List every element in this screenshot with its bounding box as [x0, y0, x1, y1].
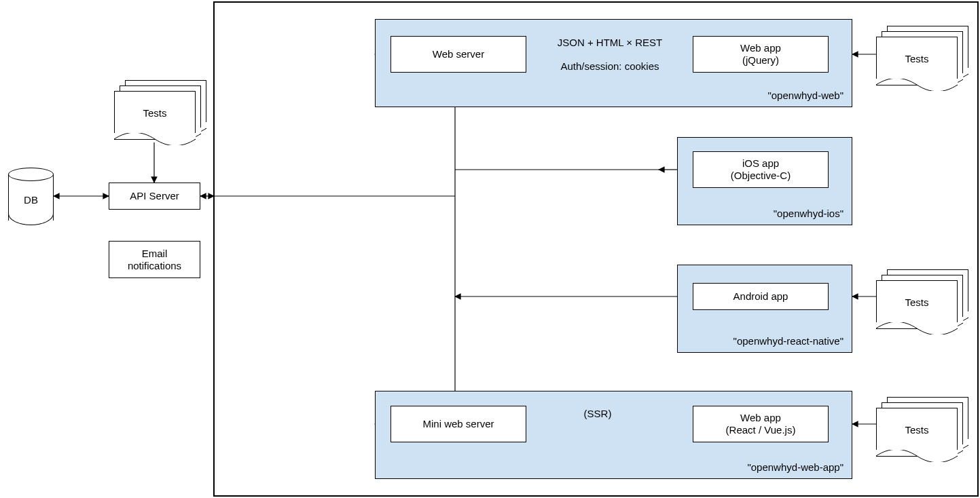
- conn-ssr: (SSR): [584, 408, 612, 420]
- mini-web-server-box: Mini web server: [391, 406, 526, 442]
- web-server-label: Web server: [433, 48, 484, 60]
- tests-label: Tests: [905, 296, 928, 307]
- web-app-react-box: Web app (React / Vue.js): [693, 406, 829, 442]
- android-app-label: Android app: [733, 290, 788, 303]
- email-notifications-box: Email notifications: [109, 241, 200, 278]
- android-app-box: Android app: [693, 283, 829, 310]
- email-notifications-label: Email notifications: [128, 248, 181, 272]
- mini-web-server-label: Mini web server: [422, 418, 494, 430]
- web-app-jquery-label: Web app (jQuery): [740, 42, 781, 66]
- ios-app-label: iOS app (Objective-C): [731, 157, 791, 182]
- tests-label: Tests: [905, 52, 928, 64]
- web-server-box: Web server: [391, 36, 526, 73]
- api-server-label: API Server: [130, 190, 179, 202]
- conn-auth-cookies: Auth/session: cookies: [560, 60, 659, 73]
- web-app-react-label: Web app (React / Vue.js): [726, 412, 796, 436]
- db-cylinder: DB: [8, 168, 54, 225]
- panel-label-ios: "openwhyd-ios": [774, 208, 843, 219]
- panel-label-webapp: "openwhyd-web-app": [747, 461, 843, 473]
- panel-label-web: "openwhyd-web": [767, 90, 843, 101]
- conn-json-html-rest: JSON + HTML × REST: [558, 37, 662, 49]
- db-label: DB: [24, 193, 38, 205]
- api-server-box: API Server: [109, 183, 200, 210]
- tests-label: Tests: [143, 107, 166, 118]
- web-app-jquery-box: Web app (jQuery): [693, 36, 829, 73]
- ios-app-box: iOS app (Objective-C): [693, 151, 829, 188]
- tests-label: Tests: [905, 423, 928, 435]
- panel-label-android: "openwhyd-react-native": [733, 335, 843, 347]
